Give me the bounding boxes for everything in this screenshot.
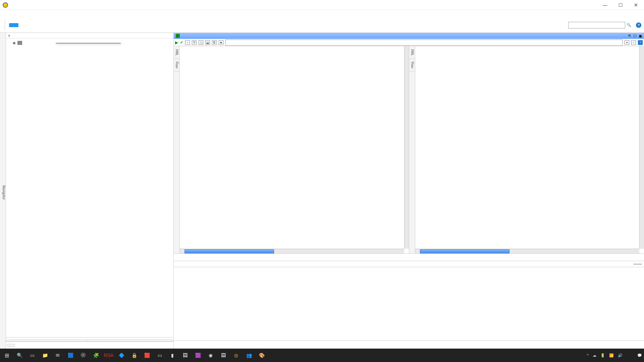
- response-xml-editor[interactable]: [415, 46, 644, 253]
- window-titlebar: — ☐ ✕: [0, 0, 644, 10]
- add-endpoint-icon[interactable]: +: [631, 40, 636, 45]
- help-icon[interactable]: ?: [638, 40, 643, 45]
- tool-icon-4[interactable]: ⬓: [205, 40, 210, 45]
- request-pane: ⇱ ☐ ▣ ▶ ✔ + ⧉ ◻ ⬓ ≣ ■ ▾ + ? XMLRaw: [174, 33, 644, 349]
- help-icon: ?: [636, 22, 641, 28]
- v-scrollbar[interactable]: [404, 46, 409, 249]
- properties-tabstrip: [6, 342, 173, 349]
- request-toolbar: ▶ ✔ + ⧉ ◻ ⬓ ≣ ■ ▾ + ?: [174, 39, 644, 46]
- panel-restore-icon[interactable]: ⇱: [628, 34, 631, 38]
- url-dropdown-icon[interactable]: ▾: [625, 40, 629, 45]
- soapui-taskbar-icon[interactable]: ◎: [231, 351, 241, 360]
- stop-icon[interactable]: ■: [219, 40, 223, 45]
- app-icon-3[interactable]: 🔒: [129, 351, 139, 360]
- endpoint-explorer-button[interactable]: [9, 23, 18, 27]
- tool-icon-5[interactable]: ≣: [212, 40, 217, 45]
- tool-icon-1[interactable]: +: [185, 40, 190, 45]
- ie-icon[interactable]: ⓔ: [78, 351, 88, 360]
- onedrive-icon[interactable]: ☁: [593, 353, 596, 358]
- maximize-icon[interactable]: ☐: [617, 2, 624, 8]
- toolbar-separator: [5, 19, 5, 31]
- search-icon[interactable]: 🔍: [15, 351, 24, 360]
- prop-header-property: [6, 340, 88, 341]
- request-bottom-tabs: [174, 253, 409, 261]
- app-icon-1[interactable]: 🧩: [91, 351, 101, 360]
- task-view-icon[interactable]: ▭: [28, 351, 37, 360]
- v-scrollbar[interactable]: [639, 46, 644, 249]
- request-side-tabs[interactable]: XMLRaw: [174, 46, 180, 253]
- log-output[interactable]: [174, 267, 644, 341]
- skype-icon[interactable]: 🟦: [66, 351, 75, 360]
- panel-maximize-icon[interactable]: ☐: [633, 34, 637, 38]
- project-icon: [17, 41, 22, 45]
- submit-icon[interactable]: ✔: [180, 40, 183, 45]
- request-status-bar: [174, 261, 644, 267]
- search-go-icon[interactable]: 🔍: [627, 23, 631, 27]
- paint-icon[interactable]: 🎨: [257, 351, 266, 360]
- request-titlebar: ⇱ ☐ ▣: [174, 33, 644, 39]
- endpoint-url-input[interactable]: [225, 40, 623, 46]
- terminal-icon[interactable]: ▮: [168, 351, 177, 360]
- explorer-icon[interactable]: 📁: [40, 351, 50, 360]
- request-icon: [176, 34, 180, 38]
- interface-context-menu: [56, 43, 121, 44]
- h-scrollbar[interactable]: [415, 249, 640, 253]
- app-logo-icon: [3, 2, 8, 8]
- online-help-button[interactable]: ?: [636, 22, 641, 28]
- projects-header: ≡: [6, 33, 173, 39]
- start-button[interactable]: ⊞: [2, 351, 11, 360]
- response-bottom-tabs: [409, 253, 644, 261]
- menubar: [0, 10, 644, 17]
- run-button[interactable]: ▶: [175, 40, 178, 45]
- interface-properties-title: [6, 337, 173, 340]
- chrome-icon[interactable]: ◉: [206, 351, 215, 360]
- cursor-position: [633, 264, 642, 264]
- hamburger-icon[interactable]: ≡: [8, 34, 9, 38]
- projects-pane: ≡ ▣: [6, 33, 174, 349]
- log-tabstrip: [174, 341, 644, 349]
- prop-header-value: [88, 340, 173, 341]
- app-icon-5[interactable]: ▭: [155, 351, 164, 360]
- app-icon-2[interactable]: 🔷: [117, 351, 126, 360]
- teams-icon[interactable]: 👥: [244, 351, 254, 360]
- panel-close-icon[interactable]: ▣: [639, 34, 642, 38]
- app-icon-6[interactable]: 🖼: [180, 351, 190, 360]
- outlook-icon[interactable]: ✉: [53, 351, 62, 360]
- main-toolbar: 🔍 ?: [0, 17, 644, 33]
- tool-icon-3[interactable]: ◻: [199, 40, 203, 45]
- request-xml-editor[interactable]: [180, 46, 409, 253]
- tray-expand-icon[interactable]: ^: [587, 353, 589, 357]
- response-side-tabs[interactable]: XMLRaw: [409, 46, 415, 253]
- windows-taskbar: ⊞ 🔍 ▭ 📁 ✉ 🟦 ⓔ 🧩 RSA 🔷 🔒 🟥 ▭ ▮ 🖼 🟪 ◉ 🖼 ◎ …: [0, 349, 644, 362]
- wifi-icon[interactable]: 📶: [609, 353, 614, 358]
- app-icon-8[interactable]: 🖼: [219, 351, 228, 360]
- app-icon-4[interactable]: 🟥: [142, 351, 152, 360]
- minimize-icon[interactable]: —: [602, 2, 608, 8]
- tool-icon-2[interactable]: ⧉: [192, 40, 197, 45]
- properties-tab[interactable]: [7, 344, 15, 347]
- notifications-icon[interactable]: 💬: [637, 353, 642, 358]
- battery-icon[interactable]: 🔋: [600, 353, 605, 358]
- app-icon-7[interactable]: 🟪: [193, 351, 203, 360]
- search-forum-input[interactable]: [568, 22, 625, 28]
- volume-icon[interactable]: 🔊: [618, 353, 623, 358]
- rsa-icon[interactable]: RSA: [104, 351, 113, 360]
- close-icon[interactable]: ✕: [633, 2, 639, 8]
- h-scrollbar[interactable]: [180, 249, 404, 253]
- navigator-strip[interactable]: Navigator: [0, 33, 6, 349]
